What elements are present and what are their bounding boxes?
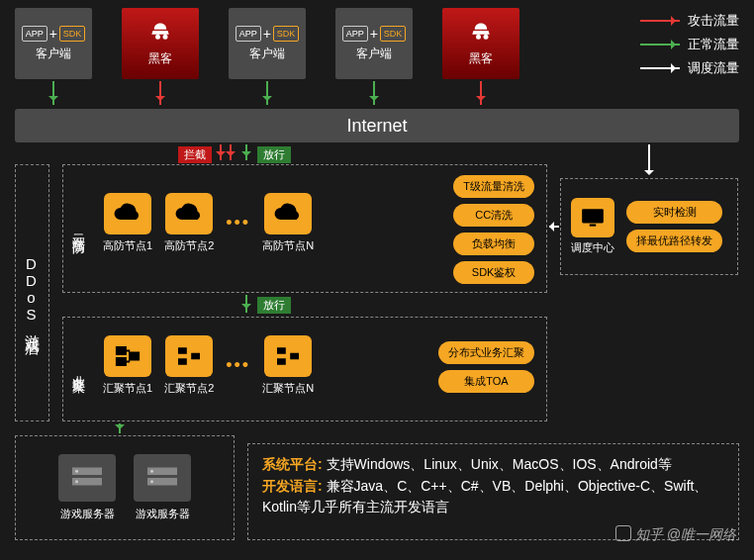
feature-pill: 择最优路径转发 [626,230,722,252]
arrow-down [266,81,268,105]
tag-pass: 放行 [257,146,291,163]
svg-point-5 [75,480,78,483]
game-server: 游戏服务器 [58,454,116,521]
feature-pill: 实时检测 [626,201,722,224]
hacker-box-2: 黑客 [442,8,519,79]
defense-node: 高防节点2 [164,193,214,253]
agg-node: 汇聚节点1 [103,335,152,396]
svg-point-8 [150,470,153,473]
lang-text: 兼容Java、C、C++、C#、VB、Delphi、Objective-C、Sw… [262,478,707,515]
feature-pill: CC清洗 [453,204,534,227]
arrow-green-icon [640,44,680,46]
feature-pill: 分布式业务汇聚 [438,341,534,364]
feature-pill: 集成TOA [438,370,534,393]
sdk-tag: SDK [59,26,86,42]
ellipsis-icon: ••• [226,213,250,233]
watermark: 知乎 @唯一网络 [615,525,736,544]
arrow-down [119,423,121,433]
arrow-down [480,81,482,105]
aggregate-icon [104,335,151,377]
hacker-icon [145,21,175,50]
svg-rect-0 [582,209,604,223]
tag-pass: 放行 [257,297,291,314]
internet-bar: Internet [15,109,739,142]
feature-pill: T级流量清洗 [453,175,534,198]
server-icon [58,454,116,502]
biz-label: 业务汇聚 [69,365,87,373]
biz-agg-box: 业务汇聚 汇聚节点1 汇聚节点2 ••• 汇聚节点N 分布式业务汇聚 集成TOA [62,317,547,421]
zhihu-icon [615,525,631,541]
servers-box: 游戏服务器 游戏服务器 [15,435,235,540]
cloud-icon [104,193,151,234]
arrow-down [230,144,232,160]
arrow-down [373,81,375,105]
schedule-box: 调度中心 实时检测 择最优路径转发 [560,178,738,275]
defense-node: 高防节点N [262,193,314,253]
ellipsis-icon: ••• [226,355,250,376]
arrow-down [245,144,247,160]
legend: 攻击流量 正常流量 调度流量 [640,12,739,83]
arrow-down [245,295,247,313]
hacker-icon [466,21,496,50]
cloud-defense-box: 云端高防 高防节点1 高防节点2 ••• 高防节点N T级流量清洗 CC清洗 负… [62,164,547,293]
arrow-red-icon [640,20,680,22]
plus-icon: + [49,26,57,42]
hacker-box-1: 黑客 [122,8,199,79]
arrow-down [52,81,54,105]
monitor-icon [571,198,614,237]
feature-pill: 负载均衡 [453,233,534,255]
top-row: APP+SDK 客户端 黑客 APP+SDK 客户端 APP+SDK 客户端 黑… [15,8,519,79]
svg-point-9 [150,480,153,483]
client-box-1: APP+SDK 客户端 [15,8,92,79]
lang-label: 开发语言: [262,478,323,494]
app-tag: APP [22,26,47,42]
client-box-2: APP+SDK 客户端 [229,8,306,79]
client-label: 客户端 [36,46,71,62]
tag-block: 拦截 [178,146,212,163]
agg-node: 汇聚节点2 [164,335,214,396]
arrow-down [220,144,222,160]
feature-pill: SDK鉴权 [453,261,534,284]
platform-label: 系统平台: [262,456,323,472]
game-server: 游戏服务器 [134,454,191,521]
shield-title-box: DDoS游戏盾 [15,164,49,421]
client-box-3: APP+SDK 客户端 [335,8,413,79]
agg-node: 汇聚节点N [262,335,314,396]
svg-point-4 [75,470,78,473]
arrow-white-icon [640,67,680,69]
cloud-label: 云端高防 [69,225,87,233]
svg-rect-1 [590,225,597,227]
arrow-down [159,81,161,105]
hacker-label: 黑客 [148,50,172,67]
platform-text: 支持Windows、Linux、Unix、MacOS、IOS、Android等 [327,456,672,472]
defense-node: 高防节点1 [103,193,152,253]
